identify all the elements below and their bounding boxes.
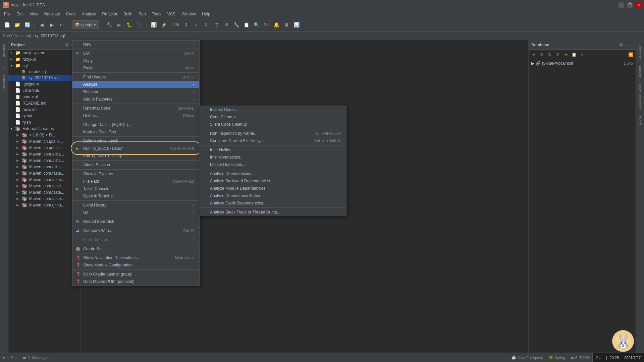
menu-item-analyze[interactable]: Analyze ›	[72, 81, 199, 88]
menu-item-git[interactable]: Git ›	[72, 209, 199, 216]
undo-button[interactable]: ↩	[57, 20, 66, 29]
menu-view[interactable]: View	[27, 11, 41, 17]
forward-button[interactable]: ▶	[47, 20, 56, 29]
sub-inspect-code[interactable]: Inspect Code...	[199, 106, 346, 113]
favorites-tab[interactable]: Favorites	[0, 72, 8, 94]
tree-item-ruoyi-ui[interactable]: ▶ 📁 ruoyi-ui	[8, 56, 80, 62]
menu-run[interactable]: Run	[136, 11, 149, 17]
tree-item-quartz[interactable]: 🗄 quartz.sql	[8, 69, 80, 75]
run-button[interactable]: ▶	[115, 20, 124, 29]
sub-code-cleanup[interactable]: Code Cleanup...	[199, 113, 346, 121]
menu-item-goto-gradle[interactable]: 📍 Goto Gradle (task or group)...	[72, 270, 199, 278]
tree-item-license[interactable]: 📄 LICENSE	[8, 87, 80, 94]
tree-item-external-libs[interactable]: ▼ 📚 External Libraries	[8, 125, 80, 132]
git-push-button[interactable]: ⇅	[202, 20, 211, 29]
tree-item-maven-10[interactable]: ▶ 📚 Maven: com.faste...	[8, 195, 80, 202]
menu-item-run-sql[interactable]: ▶ Run 'ry_20210713.sql' Ctrl+Shift+F10	[72, 145, 199, 152]
menu-item-refactor[interactable]: Refactor ›	[72, 88, 199, 96]
tree-item-maven-5[interactable]: ▶ 📚 Maven: com.aliba...	[8, 164, 80, 170]
db-layout-btn[interactable]: ☰	[562, 51, 570, 58]
sub-locate-duplicates[interactable]: Locate Duplicates...	[199, 161, 346, 168]
panel-settings-icon[interactable]: ⚙	[65, 43, 69, 47]
stop-button[interactable]: ⬛	[135, 20, 144, 29]
extra-btn-2[interactable]: 📊	[292, 20, 301, 29]
structure-tab[interactable]: Structure	[0, 40, 8, 62]
git-history-button[interactable]: ⏱	[212, 20, 221, 29]
db-filter-btn[interactable]: 🔽	[627, 51, 634, 58]
db-table-btn[interactable]: 📋	[570, 51, 578, 58]
menu-help[interactable]: Help	[199, 11, 213, 17]
menu-edit[interactable]: Edit	[14, 11, 26, 17]
menu-item-mark-plain[interactable]: Mark as Plain Text	[72, 128, 199, 136]
menu-navigate[interactable]: Navigate	[42, 11, 63, 17]
menu-analyze[interactable]: Analyze	[79, 11, 99, 17]
vcs-log-button[interactable]: 📋	[242, 20, 251, 29]
close-button[interactable]: ✕	[636, 2, 641, 8]
java-enterprise-status[interactable]: ☕ Java Enterprise	[509, 355, 546, 360]
menu-item-change-dialect[interactable]: Change Dialect (MySQL)...	[72, 121, 199, 128]
sub-analyze-cyclic[interactable]: Analyze Cyclic Dependencies...	[199, 199, 346, 207]
git-revert-button[interactable]: ↺	[222, 20, 231, 29]
menu-vcs[interactable]: VCS	[165, 11, 178, 17]
sub-analyze-dep[interactable]: Analyze Dependencies...	[199, 170, 346, 177]
tree-item-maven-2[interactable]: ▶ 📚 Maven: ch.qos.lo...	[8, 144, 80, 151]
tree-item-maven-9[interactable]: ▶ 📚 Maven: com.faste...	[8, 189, 80, 195]
tree-item-maven-4[interactable]: ▶ 📚 Maven: com.aliba...	[8, 157, 80, 164]
database-side-tab[interactable]: Database	[636, 40, 644, 63]
tree-item-ry-bat[interactable]: 📄 ry.bat	[8, 113, 80, 119]
menu-item-reformat[interactable]: Reformat Code Ctrl+Alt+L	[72, 105, 199, 112]
git-fetch-button[interactable]: ⬆	[182, 20, 191, 29]
sub-silent-cleanup[interactable]: Silent Code Cleanup	[199, 121, 346, 128]
db-add-btn[interactable]: +	[530, 51, 537, 58]
db-filter-up-btn[interactable]: ⬆	[554, 51, 561, 58]
menu-item-show-nav[interactable]: 📍 Show Navigation Destinations... Meta+A…	[72, 254, 199, 261]
sub-analyze-backward[interactable]: Analyze Backward Dependencies...	[199, 177, 346, 185]
back-button[interactable]: ◀	[37, 20, 46, 29]
tail-button[interactable]: Tail	[262, 20, 271, 29]
menu-item-edit-sql[interactable]: Edit 'ry_20210713.sql'...	[72, 152, 199, 160]
new-file-button[interactable]: 📄	[3, 20, 11, 29]
debug-button[interactable]: 🐛	[125, 20, 134, 29]
menu-item-new[interactable]: New ›	[72, 41, 199, 48]
tree-item-ry-sql[interactable]: 🗄 ry_20210713.s...	[8, 75, 80, 81]
tree-item-maven-1[interactable]: ▶ 📚 Maven: ch.qos.lo...	[8, 138, 80, 144]
breadcrumb-root[interactable]: RuoYi-Vue	[3, 34, 22, 38]
run-tab[interactable]: ▶ 4: Run	[0, 355, 20, 360]
menu-item-show-module[interactable]: 📍 Show Module Configuration	[72, 261, 199, 269]
menu-item-local-history[interactable]: Local History ›	[72, 201, 199, 209]
maven-side-tab[interactable]: Maven	[636, 63, 644, 80]
restore-button[interactable]: ❐	[627, 2, 633, 8]
menu-item-compare[interactable]: ⇄ Compare With... Ctrl+D	[72, 227, 199, 234]
db-settings-btn[interactable]: ⚙	[617, 41, 625, 49]
menu-item-open-terminal[interactable]: Open in Terminal	[72, 192, 199, 200]
sync-button[interactable]: 🔄	[23, 20, 32, 29]
sub-configure-analysis[interactable]: Configure Current File Analysis... Ctrl+…	[199, 137, 346, 144]
tree-item-maven-3[interactable]: ▶ 📚 Maven: com.aliba...	[8, 151, 80, 157]
open-button[interactable]: 📁	[13, 20, 21, 29]
menu-tools[interactable]: Tools	[149, 11, 164, 17]
menu-item-file-path[interactable]: File Path Ctrl+Alt+F12	[72, 178, 199, 185]
menu-item-show-explorer[interactable]: Show in Explorer	[72, 170, 199, 178]
tree-item-pom[interactable]: 📋 pom.xml	[8, 94, 80, 100]
menu-item-delete[interactable]: Delete... Delete	[72, 112, 199, 119]
sub-analyze-module-dep[interactable]: Analyze Module Dependencies...	[199, 185, 346, 192]
tree-item-ry-sh[interactable]: 📄 ry.sh	[8, 119, 80, 125]
tree-item-readme[interactable]: 📄 README.md	[8, 100, 80, 106]
menu-item-copy[interactable]: Copy	[72, 57, 199, 64]
menu-item-cut[interactable]: ✂ Cut Ctrl+X	[72, 50, 199, 57]
profile-button[interactable]: ⚡	[160, 20, 168, 29]
sub-run-inspection[interactable]: Run Inspection by Name... Ctrl+Alt+Shift…	[199, 130, 346, 137]
menu-window[interactable]: Window	[179, 11, 199, 17]
tab-2[interactable]: 2:	[0, 62, 8, 72]
menu-item-attach-session[interactable]: Attach Session	[72, 161, 199, 169]
sub-analyze-stack[interactable]: Analyze Stack Trace or Thread Dump...	[199, 208, 346, 216]
sub-analyze-dep-matrix[interactable]: Analyze Dependency Matrix...	[199, 192, 346, 199]
extra-btn-1[interactable]: 🖥	[282, 20, 291, 29]
tree-item-jdk[interactable]: ▶ 📚 < 1.8 (2) > D...	[8, 132, 80, 138]
menu-item-create-gist[interactable]: ⬤ Create Gist...	[72, 245, 199, 252]
event-log[interactable]: Ev...	[596, 356, 603, 360]
project-dropdown[interactable]: 📦 npmjs ▼	[72, 20, 99, 29]
tree-item-maven-6[interactable]: ▶ 📚 Maven: com.faste...	[8, 170, 80, 176]
menu-item-reload[interactable]: ↻ Reload from Disk	[72, 218, 199, 225]
search-button[interactable]: 🔍	[252, 20, 261, 29]
